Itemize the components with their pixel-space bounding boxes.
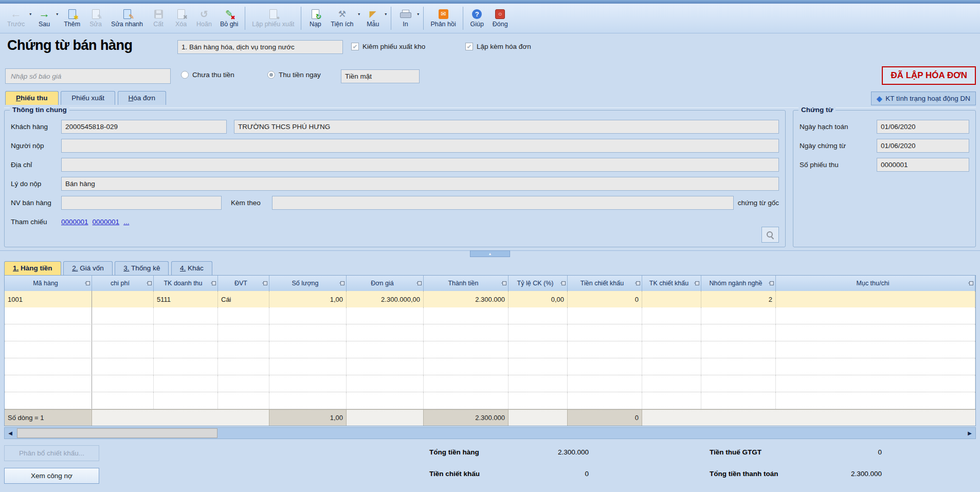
toolbar: ← Trước ▾ → Sau ▾ ✱ Thêm ✎ Sửa ✎ Sửa nha… <box>0 4 980 33</box>
toolbar-undo-button[interactable]: ↺ Hoãn <box>192 5 216 33</box>
toolbar-reload-button[interactable]: ↻ Nạp <box>304 5 326 33</box>
tab-khac[interactable]: 4. Khác <box>171 261 212 275</box>
cell-nhom-nganh-nghe[interactable]: 2 <box>701 291 776 307</box>
cell-ma-hang[interactable]: 1001 <box>5 291 92 307</box>
column-header[interactable]: chi phí <box>92 276 154 291</box>
checkbox-lap-kem-hoa-don[interactable]: ✔ Lập kèm hóa đơn <box>465 43 531 50</box>
cell-ty-le-ck[interactable]: 0,00 <box>509 291 568 307</box>
tab-gia-von[interactable]: 2. Giá vốn <box>63 261 113 275</box>
column-header[interactable]: Đơn giá <box>347 276 424 291</box>
toolbar-add-button[interactable]: ✱ Thêm <box>60 5 84 33</box>
reason-field[interactable]: Bán hàng <box>61 177 779 191</box>
pin-icon[interactable] <box>211 281 216 285</box>
table-row[interactable]: 1001 5111 Cái 1,00 2.300.000,00 2.300.00… <box>5 291 975 307</box>
posting-date-field[interactable]: 01/06/2020 <box>877 120 969 134</box>
pin-icon[interactable] <box>147 281 152 285</box>
tab-hang-tien[interactable]: 1. Hàng tiền <box>4 261 61 275</box>
quote-number-input[interactable] <box>5 68 171 84</box>
reference-link-1[interactable]: 0000001 <box>61 218 88 226</box>
toolbar-create-issue-button[interactable]: ● Lập phiếu xuất <box>248 5 298 33</box>
pin-icon[interactable] <box>968 281 973 285</box>
table-empty-row[interactable] <box>5 324 975 341</box>
attachment-field[interactable] <box>272 196 734 210</box>
cell-so-luong[interactable]: 1,00 <box>269 291 347 307</box>
payer-field[interactable] <box>61 139 779 153</box>
cell-dvt[interactable]: Cái <box>218 291 269 307</box>
chevron-down-icon: ▾ <box>385 12 387 16</box>
pin-icon[interactable] <box>501 281 506 285</box>
toolbar-unpost-button[interactable]: ✎✖ Bỏ ghi <box>216 5 242 33</box>
view-debt-button[interactable]: Xem công nợ <box>4 468 99 484</box>
column-header[interactable]: Mã hàng <box>5 276 92 291</box>
pin-icon[interactable] <box>339 281 344 285</box>
toolbar-help-button[interactable]: ? Giúp <box>466 5 488 33</box>
column-header[interactable]: Số lượng <box>269 276 347 291</box>
doc-type-select[interactable]: 1. Bán hàng hóa, dịch vụ trong nước <box>177 40 343 54</box>
customer-name-field[interactable]: TRƯỜNG THCS PHÚ HƯNG <box>234 120 779 134</box>
toolbar-utilities-button[interactable]: ⚒ Tiện ích ▾ <box>326 5 361 33</box>
tab-phieu-xuat[interactable]: Phiếu xuất <box>61 91 115 105</box>
pin-icon[interactable] <box>694 281 699 285</box>
cell-muc-thu-chi[interactable] <box>776 291 975 307</box>
cell-don-gia[interactable]: 2.300.000,00 <box>347 291 424 307</box>
kt-business-status-button[interactable]: ◆ KT tình trạng hoạt động DN <box>871 92 976 105</box>
table-empty-row[interactable] <box>5 307 975 324</box>
cell-tk-doanh-thu[interactable]: 5111 <box>154 291 218 307</box>
toolbar-prev-button[interactable]: ← Trước ▾ <box>3 5 33 33</box>
payment-method-field[interactable]: Tiền mặt <box>341 69 420 83</box>
reference-more-link[interactable]: ... <box>123 218 129 226</box>
customer-code-field[interactable]: 2000545818-029 <box>61 120 227 134</box>
table-empty-row[interactable] <box>5 341 975 358</box>
toolbar-delete-button[interactable]: ✖ Xóa <box>170 5 192 33</box>
toolbar-edit-button[interactable]: ✎ Sửa <box>84 5 107 33</box>
toolbar-print-button[interactable]: In ▾ <box>394 5 421 33</box>
column-header[interactable]: Nhóm ngành nghề <box>701 276 776 291</box>
scrollbar-thumb[interactable] <box>17 428 217 438</box>
radio-thu-tien-ngay[interactable]: Thu tiền ngay <box>267 71 321 79</box>
pin-icon[interactable] <box>635 281 640 285</box>
table-empty-row[interactable] <box>5 392 975 409</box>
horizontal-scrollbar[interactable]: ◀ ▶ <box>4 427 976 439</box>
column-header[interactable]: TK chiết khấu <box>642 276 701 291</box>
toolbar-template-button[interactable]: ◤ Mẫu ▾ <box>361 5 388 33</box>
table-empty-row[interactable] <box>5 358 975 375</box>
grid-empty-area <box>5 307 975 409</box>
scroll-left-arrow-icon[interactable]: ◀ <box>5 428 16 439</box>
toolbar-next-button[interactable]: → Sau ▾ <box>33 5 60 33</box>
cell-chi-phi[interactable] <box>92 291 154 307</box>
column-header[interactable]: Tiền chiết khấu <box>568 276 642 291</box>
pin-icon[interactable] <box>769 281 774 285</box>
window-top-strip <box>0 0 980 4</box>
tab-thong-ke[interactable]: 3. Thống kê <box>115 261 169 275</box>
collapse-panel-button[interactable]: ▲ <box>470 250 510 257</box>
tab-phieu-thu[interactable]: Phiếu thu <box>5 91 59 105</box>
toolbar-feedback-button[interactable]: ✉ Phản hồi <box>426 5 460 33</box>
column-header[interactable]: Thành tiền <box>424 276 509 291</box>
reference-link-2[interactable]: 0000001 <box>93 218 120 226</box>
receipt-number-field[interactable]: 0000001 <box>877 158 969 172</box>
column-header[interactable]: Mục thu/chi <box>776 276 975 291</box>
toolbar-save-button[interactable]: Cất <box>147 5 170 33</box>
column-header[interactable]: TK doanh thu <box>154 276 218 291</box>
pin-icon[interactable] <box>262 281 267 285</box>
salesperson-field[interactable] <box>61 196 222 210</box>
document-date-field[interactable]: 01/06/2020 <box>877 139 969 153</box>
tab-hoa-don[interactable]: Hóa đơn <box>118 91 166 105</box>
pin-icon[interactable] <box>560 281 566 285</box>
pin-icon[interactable] <box>85 281 90 285</box>
allocate-discount-button[interactable]: Phân bổ chiết khấu... <box>4 445 99 461</box>
radio-chua-thu-tien[interactable]: Chưa thu tiền <box>181 71 234 79</box>
scroll-right-arrow-icon[interactable]: ▶ <box>964 428 975 439</box>
cell-thanh-tien[interactable]: 2.300.000 <box>424 291 509 307</box>
table-empty-row[interactable] <box>5 375 975 392</box>
cell-tk-chiet-khau[interactable] <box>642 291 701 307</box>
column-header[interactable]: ĐVT <box>218 276 269 291</box>
cell-tien-chiet-khau[interactable]: 0 <box>568 291 642 307</box>
column-header[interactable]: Tỷ lệ CK (%) <box>509 276 568 291</box>
search-reference-button[interactable] <box>761 227 779 243</box>
checkbox-kiem-phieu-xuat-kho[interactable]: ✔ Kiêm phiếu xuất kho <box>351 43 425 50</box>
pin-icon[interactable] <box>416 281 422 285</box>
toolbar-quick-edit-button[interactable]: ✎ Sửa nhanh <box>107 5 147 33</box>
toolbar-close-button[interactable]: ○ Đóng <box>488 5 512 33</box>
address-field[interactable] <box>61 158 779 172</box>
